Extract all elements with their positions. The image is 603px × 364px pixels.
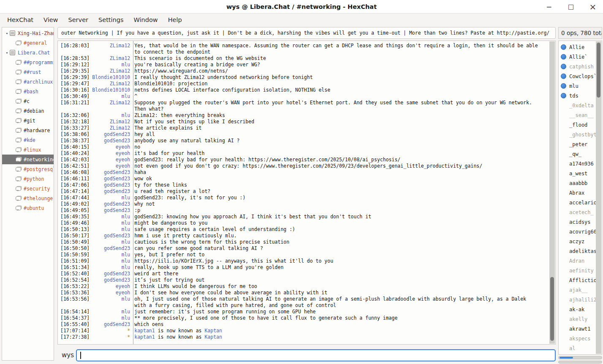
- chat-scrollbar-thumb[interactable]: [550, 277, 554, 340]
- userlist-vertical-scrollbar[interactable]: [596, 41, 601, 354]
- close-button[interactable]: ×: [587, 1, 599, 13]
- window-titlebar[interactable]: wys @ Libera.Chat / #networking - HexCha…: [0, 0, 603, 14]
- user-list-item[interactable]: adeliktas: [559, 246, 602, 256]
- menu-item-settings[interactable]: Settings: [93, 15, 128, 25]
- message-timestamp: [16:52:54]: [58, 277, 90, 283]
- user-list-item[interactable]: aczyz: [559, 236, 602, 246]
- user-list-item[interactable]: tds: [559, 91, 602, 101]
- minimize-button[interactable]: −: [543, 1, 555, 13]
- tree-item-security[interactable]: #security: [2, 184, 54, 193]
- tree-item-libera-chat[interactable]: ▾Libera.Chat: [2, 48, 54, 57]
- user-list-item[interactable]: a174n936: [559, 159, 602, 168]
- voice-status-icon: [561, 64, 566, 69]
- userlist-secondary-scrollbar[interactable]: [558, 361, 602, 364]
- userlist-scrollbar-thumb[interactable]: [597, 43, 600, 98]
- message-text: kaptan1 is now known as Kaptan: [130, 328, 555, 334]
- message-timestamp: [16:28:53]: [58, 55, 90, 62]
- channel-icon: [16, 206, 21, 210]
- tree-item-general[interactable]: #general: [2, 38, 54, 48]
- tree-item-hardware[interactable]: #hardware: [2, 125, 54, 135]
- user-list-item[interactable]: acidsys: [559, 217, 602, 227]
- tree-item-networking[interactable]: #networking: [2, 155, 54, 164]
- user-list-item[interactable]: aefinity: [559, 266, 602, 275]
- user-list-item[interactable]: aaabbb: [559, 178, 602, 188]
- menu-item-hexchat[interactable]: HexChat: [2, 15, 38, 25]
- user-list-item[interactable]: _0xdelta: [559, 101, 602, 110]
- user-list-item[interactable]: Abrax: [559, 188, 602, 198]
- menu-item-help[interactable]: Help: [163, 15, 187, 25]
- user-list-item[interactable]: Allie`: [559, 52, 602, 62]
- tree-item-archlinux[interactable]: #archlinux: [2, 77, 54, 87]
- user-list-item[interactable]: ajak__: [559, 285, 602, 295]
- menu-item-window[interactable]: Window: [129, 15, 163, 25]
- tree-item-xing-hai-zhan[interactable]: ▾Xing-Hai-Zhan: [2, 28, 54, 38]
- user-list-item[interactable]: _flood: [559, 120, 602, 130]
- message-timestamp: [16:38:37]: [58, 138, 90, 144]
- tree-item-bash[interactable]: #bash: [2, 87, 54, 96]
- message-text: godSend23: really, it's not for you :): [130, 195, 555, 201]
- channel-icon: [16, 196, 21, 201]
- user-list-item[interactable]: accelario: [559, 198, 602, 207]
- user-list-item[interactable]: ajhalili2: [559, 295, 602, 304]
- expander-icon[interactable]: ▾: [4, 31, 10, 35]
- chat-log[interactable]: [16:28:03]ZLima12Yes, that would be in t…: [57, 41, 556, 345]
- message-nick: mlu: [90, 214, 130, 220]
- message-text-segment: Kaptan: [204, 328, 222, 334]
- channel-icon: [16, 158, 21, 162]
- user-list-item[interactable]: al: [559, 343, 602, 353]
- expander-icon[interactable]: ▾: [4, 51, 10, 55]
- tree-item-label: ##rust: [24, 69, 41, 75]
- user-list-item[interactable]: a_west: [559, 168, 602, 178]
- tree-item-thelounge[interactable]: #thelounge: [2, 193, 54, 203]
- user-list-item[interactable]: Cowclops`: [559, 71, 602, 81]
- tree-item-python[interactable]: #python: [2, 174, 54, 184]
- user-name: Adran: [569, 258, 584, 264]
- tree-item-ubuntu[interactable]: #ubuntu: [2, 203, 54, 213]
- user-list-item[interactable]: _ghostbyt: [559, 130, 602, 139]
- message-timestamp: [16:53:36]: [58, 290, 90, 296]
- user-list-item[interactable]: Affliction: [559, 275, 602, 285]
- tree-item-postgresql[interactable]: #postgresql: [2, 164, 54, 174]
- user-name: acovrig60: [569, 229, 597, 235]
- voice-status-spacer: [561, 103, 566, 108]
- menu-item-view[interactable]: View: [38, 15, 63, 25]
- message-input[interactable]: [76, 349, 556, 361]
- userlist-horizontal-scrollbar[interactable]: [558, 356, 602, 359]
- message-text: Suppose you plugged the router's WAN por…: [130, 100, 555, 112]
- channel-tree[interactable]: ▾Xing-Hai-Zhan#general▾Libera.Chat##prog…: [2, 27, 54, 361]
- chat-vertical-scrollbar[interactable]: [549, 41, 555, 344]
- user-list[interactable]: AllieAllie`catphishCowclops`mlutds_0xdel…: [558, 41, 602, 355]
- voice-status-spacer: [561, 219, 566, 225]
- user-list-item[interactable]: catphish: [559, 62, 602, 71]
- user-list-item[interactable]: mlu: [559, 81, 602, 91]
- topic-bar[interactable]: outer Networking | If you have a questio…: [57, 27, 556, 39]
- user-list-item[interactable]: akrawt1: [559, 324, 602, 334]
- user-list-item[interactable]: akelly: [559, 314, 602, 324]
- user-list-item[interactable]: Adran: [559, 256, 602, 266]
- tree-item-linux[interactable]: #linux: [2, 145, 54, 155]
- user-list-item[interactable]: acovrig60: [559, 227, 602, 236]
- tree-item-kde[interactable]: #kde: [2, 135, 54, 145]
- user-list-item[interactable]: _qw_: [559, 149, 602, 159]
- message-text: u read teh register a lot?: [130, 188, 555, 195]
- chat-message-row: [16:38:06]godSend23hey all: [58, 131, 555, 138]
- user-list-item[interactable]: akspecs: [559, 334, 602, 343]
- tree-item-programming[interactable]: ##programming: [2, 57, 54, 67]
- menu-item-server[interactable]: Server: [63, 15, 93, 25]
- message-text: The article explains it: [130, 125, 555, 131]
- chat-message-row: [16:49:05]godSend23:p: [58, 207, 555, 214]
- user-name: Abrax: [569, 190, 584, 196]
- tree-item-c[interactable]: #c: [2, 96, 54, 106]
- tree-item-debian[interactable]: #debian: [2, 106, 54, 116]
- message-nick: mlu: [90, 296, 130, 302]
- tree-item-git[interactable]: #git: [2, 116, 54, 125]
- tree-item-rust[interactable]: ##rust: [2, 67, 54, 77]
- user-list-item[interactable]: acetech_: [559, 207, 602, 217]
- message-text-segment: Kaptan: [204, 334, 222, 340]
- user-list-item[interactable]: _peter: [559, 139, 602, 149]
- user-list-item[interactable]: Allie: [559, 42, 602, 52]
- userlist-hscrollbar-thumb[interactable]: [560, 357, 573, 359]
- user-list-item[interactable]: ak-ak: [559, 304, 602, 314]
- user-list-item[interactable]: __sean__: [559, 110, 602, 120]
- maximize-button[interactable]: □: [565, 1, 577, 13]
